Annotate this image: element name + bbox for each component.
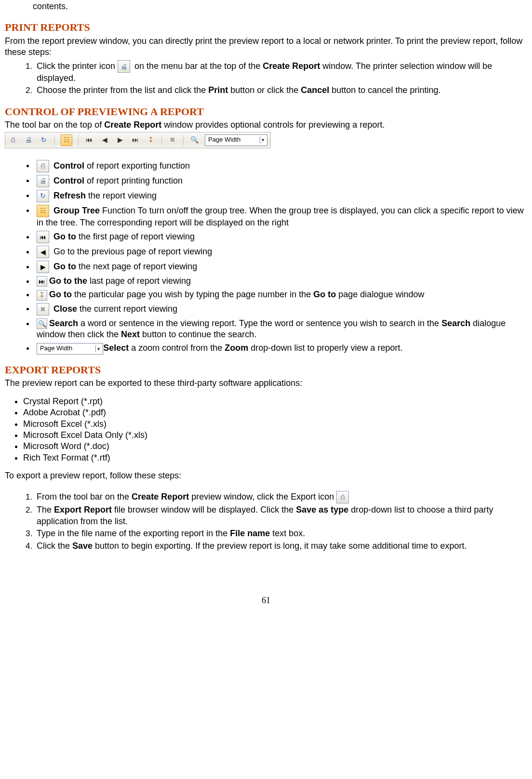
list-item: Microsoft Word (*.doc) [23,441,527,452]
text: Create Report [263,61,320,71]
goto-page-icon[interactable]: ↧ [146,135,156,145]
text: Search [441,318,470,328]
export-reports-heading: EXPORT REPORTS [5,363,527,377]
zoom-value: Page Width [40,344,72,353]
printer-icon[interactable]: 🖨 [24,135,33,145]
separator [161,135,162,145]
group-tree-icon: ☷ [37,205,49,217]
search-icon[interactable]: 🔍 [189,135,199,145]
text: Refresh [51,190,86,200]
chevron-down-icon: ▾ [260,136,266,143]
text: The tool bar on the top of [5,120,104,130]
text: button to cancel the printing. [329,85,440,95]
separator [78,135,79,145]
text: a word or sentence in the viewing report… [78,318,441,328]
legend-last: ⏭Go to the last page of report viewing [35,276,527,287]
text: Create Report [104,120,161,130]
text: Click the [37,541,72,551]
print-step-1: Click the printer icon 🖨 on the menu bar… [35,60,527,84]
export-step-1: From the tool bar on the Create Report p… [35,491,527,503]
text: file browser window will be displayed. C… [112,505,296,515]
goto-page-icon: ↧ [37,290,47,301]
print-step-2: Choose the printer from the list and cli… [35,85,527,96]
text: File name [230,528,270,538]
text: text box. [270,528,305,538]
separator [183,135,184,145]
list-item: Crystal Report (*.rpt) [23,396,527,407]
first-page-icon: ⏮ [37,231,49,243]
prev-page-icon[interactable]: ◀ [100,135,109,145]
last-page-icon[interactable]: ⏭ [131,135,140,145]
export-step-4: Click the Save button to begin exporting… [35,541,527,552]
text: Save [72,541,93,551]
list-item: Rich Text Format (*.rtf) [23,452,527,463]
legend-close: ✖ Close the current report viewing [35,303,527,316]
control-preview-heading: CONTROL OF PREVIEWING A REPORT [5,105,527,119]
text: a zoom control from the [129,343,225,353]
refresh-icon: ↻ [37,190,49,202]
text: Type in the file name of the exporting r… [37,528,230,538]
text: The [37,505,54,515]
text: Select [103,343,129,353]
legend-goto: ↧Go to the particular page you wish by t… [35,289,527,300]
text: last page of report viewing [87,276,191,286]
text: the current report viewing [77,304,177,313]
text: button to begin exporting. If the previe… [93,541,466,551]
group-tree-icon[interactable]: ☷ [61,134,72,146]
next-page-icon[interactable]: ▶ [115,135,125,145]
orphan-text: contents. [33,1,527,12]
export-steps-intro: To export a preview report, follow these… [5,470,527,481]
separator [54,135,55,145]
first-page-icon[interactable]: ⏮ [84,135,94,145]
page-number: 61 [5,595,527,606]
search-icon: 🔍 [37,318,47,329]
text: Click the printer icon [37,61,118,71]
toolbar-legend: ⎙ Control of report exporting function 🖨… [22,160,527,355]
text: From the tool bar on the [37,492,132,502]
text: Choose the printer from the list and cli… [37,85,208,95]
text: on the menu bar at the top of the [134,61,263,71]
text: Print [208,85,228,95]
text: button to continue the search. [140,330,256,339]
prev-page-icon: ◀ [37,246,49,258]
print-reports-steps: Click the printer icon 🖨 on the menu bar… [22,60,527,96]
text: Cancel [301,85,329,95]
list-item: Adobe Acrobat (*.pdf) [23,407,527,418]
export-icon[interactable]: ⎙ [8,135,18,145]
print-reports-heading: PRINT REPORTS [5,21,527,35]
export-step-3: Type in the file name of the exporting r… [35,528,527,539]
export-icon: ⎙ [336,491,349,503]
export-icon: ⎙ [37,160,49,172]
text: the report viewing [86,190,157,200]
legend-print: 🖨 Control of report printing function [35,175,527,187]
control-preview-intro: The tool bar on the top of Create Report… [5,119,527,131]
text: of report printing function [84,175,183,185]
text: Export Report [54,505,112,515]
report-toolbar: ⎙ 🖨 ↻ ☷ ⏮ ◀ ▶ ⏭ ↧ ✖ 🔍 Page Width ▾ [5,132,271,148]
text: Search [49,318,78,328]
text: preview window, click the Export icon [189,492,336,502]
text: the next page of report viewing [76,262,197,271]
export-step-2: The Export Report file browser window wi… [35,504,527,527]
text: Control [51,175,84,185]
text: drop-down list to properly view a report… [248,343,402,353]
export-reports-intro: The preview report can be exported to th… [5,378,527,389]
text: button or click the [228,85,301,95]
printer-icon: 🖨 [118,60,130,73]
zoom-dropdown[interactable]: Page Width ▾ [205,134,267,146]
export-formats: Crystal Report (*.rpt) Adobe Acrobat (*.… [17,396,527,463]
list-item: Microsoft Excel Data Only (*.xls) [23,430,527,441]
text: the first page of report viewing [76,232,195,241]
refresh-icon[interactable]: ↻ [39,135,49,145]
text: Control [51,160,84,170]
text: Go to the previous page of report viewin… [51,247,212,256]
close-icon[interactable]: ✖ [168,135,177,145]
export-steps: From the tool bar on the Create Report p… [22,491,527,552]
zoom-value: Page Width [208,136,240,144]
legend-first: ⏮ Go to the first page of report viewing [35,231,527,243]
text: Go to [51,262,76,271]
legend-search: 🔍Search a word or sentence in the viewin… [35,318,527,341]
text: page dialogue window [336,290,424,299]
close-icon: ✖ [37,303,49,316]
legend-export: ⎙ Control of report exporting function [35,160,527,172]
